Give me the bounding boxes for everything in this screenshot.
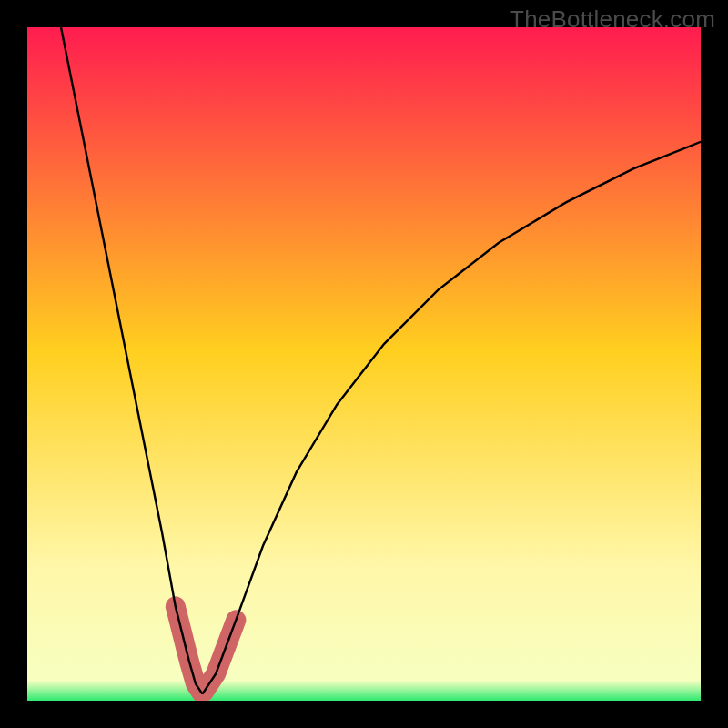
watermark-text: TheBottleneck.com xyxy=(510,5,715,34)
chart-frame: TheBottleneck.com xyxy=(0,0,728,728)
chart-plot-area xyxy=(27,27,701,701)
chart-svg xyxy=(27,27,701,701)
